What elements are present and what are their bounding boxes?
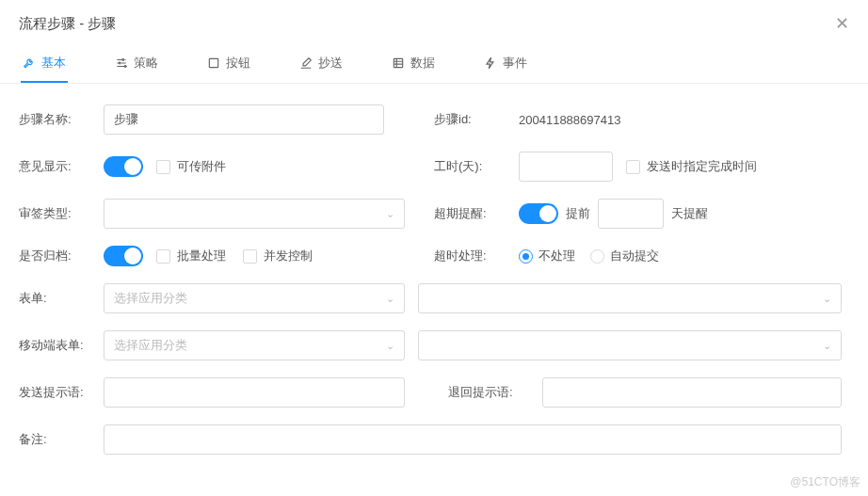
svg-point-0 bbox=[122, 59, 124, 61]
mobile-form-category-select[interactable]: 选择应用分类⌄ bbox=[104, 330, 405, 360]
edit-icon bbox=[299, 56, 313, 70]
tab-event[interactable]: 事件 bbox=[482, 43, 529, 83]
tab-label: 事件 bbox=[503, 55, 527, 72]
tab-label: 策略 bbox=[134, 55, 158, 72]
remind-days-input[interactable] bbox=[598, 199, 664, 229]
batch-checkbox[interactable] bbox=[156, 249, 170, 264]
archive-toggle[interactable] bbox=[104, 246, 143, 266]
timeout-autosubmit-radio[interactable] bbox=[590, 249, 604, 264]
close-icon[interactable]: ✕ bbox=[835, 13, 849, 34]
attachable-checkbox[interactable] bbox=[156, 160, 170, 174]
tab-strategy[interactable]: 策略 bbox=[113, 43, 160, 83]
bolt-icon bbox=[484, 56, 497, 70]
label-return-prompt: 退回提示语: bbox=[448, 384, 542, 401]
tab-label: 基本 bbox=[41, 55, 66, 72]
autosubmit-label: 自动提交 bbox=[610, 248, 659, 264]
label-archive: 是否归档: bbox=[19, 248, 104, 264]
wrench-icon bbox=[23, 56, 36, 70]
send-specify-label: 发送时指定完成时间 bbox=[647, 158, 757, 175]
timeout-nohandle-radio[interactable] bbox=[519, 249, 533, 264]
tab-basic[interactable]: 基本 bbox=[21, 43, 68, 83]
form-category-select[interactable]: 选择应用分类⌄ bbox=[104, 283, 405, 313]
label-comment-show: 意见显示: bbox=[19, 158, 104, 175]
work-hours-input[interactable] bbox=[519, 152, 613, 182]
square-icon bbox=[207, 56, 220, 70]
list-icon bbox=[392, 56, 405, 70]
comment-show-toggle[interactable] bbox=[104, 156, 143, 177]
nohandle-label: 不处理 bbox=[538, 248, 575, 264]
days-remind-label: 天提醒 bbox=[671, 205, 708, 222]
sign-type-select[interactable]: ⌄ bbox=[104, 199, 405, 229]
send-prompt-input[interactable] bbox=[104, 377, 405, 408]
chevron-down-icon: ⌄ bbox=[823, 293, 831, 305]
send-specify-checkbox[interactable] bbox=[626, 160, 640, 174]
concurrent-checkbox[interactable] bbox=[243, 249, 257, 264]
batch-label: 批量处理 bbox=[177, 248, 226, 264]
label-step-id: 步骤id: bbox=[434, 111, 519, 128]
chevron-down-icon: ⌄ bbox=[823, 340, 831, 352]
tab-data[interactable]: 数据 bbox=[390, 43, 437, 83]
label-form: 表单: bbox=[19, 290, 104, 307]
ahead-label: 提前 bbox=[566, 205, 590, 222]
chevron-down-icon: ⌄ bbox=[386, 340, 394, 352]
label-timeout-handle: 超时处理: bbox=[434, 248, 519, 264]
step-id-value: 200411888697413 bbox=[519, 113, 620, 127]
label-step-name: 步骤名称: bbox=[19, 111, 104, 128]
tab-label: 按钮 bbox=[226, 55, 250, 72]
label-overdue-remind: 超期提醒: bbox=[434, 205, 519, 222]
svg-rect-4 bbox=[394, 58, 402, 67]
form-select[interactable]: ⌄ bbox=[418, 283, 842, 313]
attachable-label: 可传附件 bbox=[177, 158, 226, 175]
svg-point-2 bbox=[124, 66, 126, 68]
chevron-down-icon: ⌄ bbox=[386, 293, 394, 305]
svg-point-1 bbox=[119, 62, 121, 64]
label-sign-type: 审签类型: bbox=[19, 205, 104, 222]
overdue-remind-toggle[interactable] bbox=[519, 203, 558, 224]
label-memo: 备注: bbox=[19, 431, 104, 448]
chevron-down-icon: ⌄ bbox=[386, 208, 394, 220]
dialog-title: 流程步骤 - 步骤 bbox=[19, 15, 116, 33]
label-send-prompt: 发送提示语: bbox=[19, 384, 104, 401]
step-name-input[interactable] bbox=[104, 104, 384, 135]
sliders-icon bbox=[115, 56, 128, 70]
form-body: 步骤名称: 步骤id: 200411888697413 意见显示: 可传附件 工… bbox=[0, 84, 868, 455]
tab-button[interactable]: 按钮 bbox=[205, 43, 252, 83]
memo-input[interactable] bbox=[104, 424, 842, 455]
tab-cc[interactable]: 抄送 bbox=[297, 43, 345, 83]
svg-rect-3 bbox=[209, 58, 217, 67]
label-work-hours: 工时(天): bbox=[434, 158, 519, 175]
label-mobile-form: 移动端表单: bbox=[19, 337, 104, 354]
return-prompt-input[interactable] bbox=[542, 377, 842, 408]
tab-label: 抄送 bbox=[318, 55, 343, 72]
tab-label: 数据 bbox=[410, 55, 435, 72]
mobile-form-select[interactable]: ⌄ bbox=[418, 330, 842, 360]
tab-bar: 基本 策略 按钮 抄送 数据 事件 bbox=[0, 43, 868, 84]
watermark: @51CTO博客 bbox=[790, 474, 860, 490]
concurrent-label: 并发控制 bbox=[264, 248, 313, 264]
